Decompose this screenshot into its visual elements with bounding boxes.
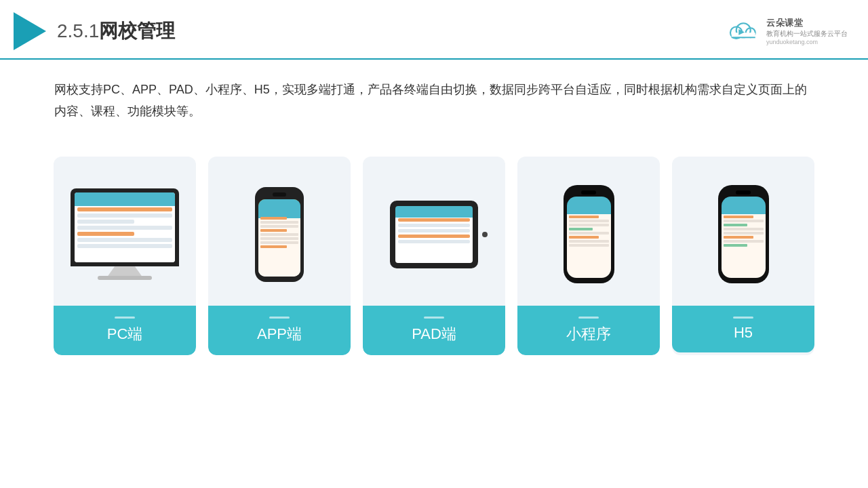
card-miniprogram: 小程序 <box>517 157 660 355</box>
card-h5-image <box>672 157 814 306</box>
card-pc-label: PC端 <box>54 306 196 355</box>
header-left: 2.5.1网校管理 <box>14 12 175 50</box>
page-title: 2.5.1网校管理 <box>57 18 175 44</box>
card-app: APP端 <box>208 157 351 355</box>
card-pc: PC端 <box>54 157 196 355</box>
card-app-image <box>208 157 351 306</box>
logo-triangle-icon <box>14 12 46 50</box>
pad-mockup <box>390 201 478 268</box>
brand-cloud-icon <box>724 20 761 43</box>
card-pad-image <box>363 157 505 306</box>
app-mockup <box>255 187 304 282</box>
page-header: 2.5.1网校管理 云朵课堂 教育机构一站式服务云平台 yunduoketang… <box>0 0 868 60</box>
card-h5: H5 <box>672 157 814 355</box>
platform-cards: PC端 <box>0 136 868 355</box>
card-pad: PAD端 <box>363 157 505 355</box>
card-pc-image <box>54 157 196 306</box>
brand-text: 云朵课堂 教育机构一站式服务云平台 yunduoketang.com <box>766 17 848 45</box>
card-pad-label: PAD端 <box>363 306 505 355</box>
description-text: 网校支持PC、APP、PAD、小程序、H5，实现多端打通，产品各终端自由切换，数… <box>0 60 868 129</box>
brand-area: 云朵课堂 教育机构一站式服务云平台 yunduoketang.com <box>724 17 848 45</box>
h5-mockup <box>718 185 769 283</box>
card-miniprogram-label: 小程序 <box>517 306 660 355</box>
miniprogram-mockup <box>564 185 614 283</box>
card-h5-label: H5 <box>672 306 814 352</box>
card-app-label: APP端 <box>208 306 351 355</box>
card-miniprogram-image <box>517 157 660 306</box>
pc-mockup <box>71 188 179 280</box>
